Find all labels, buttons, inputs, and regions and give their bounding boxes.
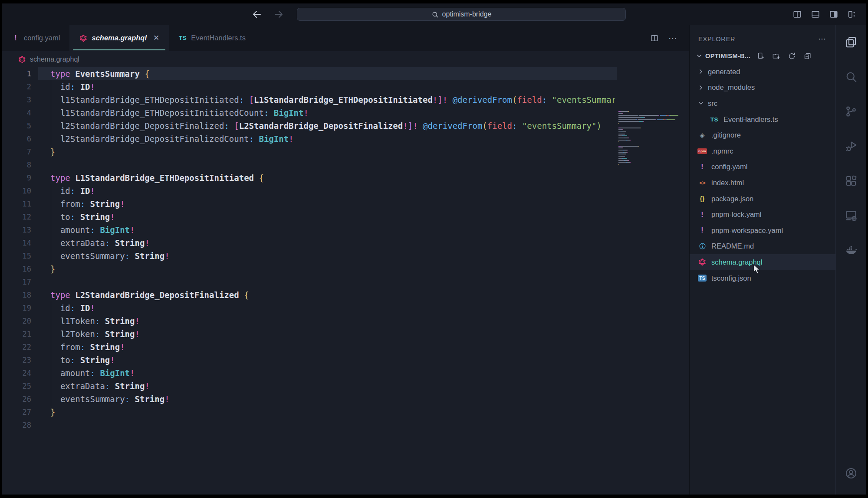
file-tsconfig.json[interactable]: TS tsconfig.json <box>690 270 835 286</box>
folder-src[interactable]: src <box>690 95 835 111</box>
code-line-26[interactable]: 26 eventsSummary: String! <box>2 393 617 406</box>
file-label: pnpm-workspace.yaml <box>711 226 783 235</box>
code-line-13[interactable]: 13 amount: BigInt! <box>2 223 617 236</box>
line-text: type L2StandardBridge_DepositFinalized { <box>50 288 249 301</box>
project-root-label: OPTIMISM-B... <box>705 52 750 59</box>
code-line-6[interactable]: 6 l2StandardBridge_DepositFinalizedCount… <box>2 132 617 145</box>
file-index.html[interactable]: <> index.html <box>690 175 835 191</box>
line-text: } <box>50 145 55 158</box>
file-.npmrc[interactable]: npm .npmrc <box>690 143 835 159</box>
code-line-1[interactable]: 1type EventsSummary { <box>2 67 617 80</box>
new-folder-icon[interactable] <box>772 52 780 60</box>
more-actions-icon[interactable]: ⋯ <box>668 33 678 43</box>
code-line-14[interactable]: 14 extraData: String! <box>2 236 617 249</box>
folder-label: node_modules <box>708 83 755 92</box>
activity-search[interactable] <box>836 59 867 94</box>
close-tab-icon[interactable]: ✕ <box>153 33 159 43</box>
folder-node_modules[interactable]: node_modules <box>690 80 835 96</box>
folder-generated[interactable]: generated <box>690 64 835 80</box>
customize-layout-icon[interactable] <box>847 10 857 19</box>
code-line-25[interactable]: 25 extraData: String! <box>2 380 617 393</box>
code-line-15[interactable]: 15 eventsSummary: String! <box>2 249 617 262</box>
tab-EventHandlers.ts[interactable]: TS EventHandlers.ts <box>169 25 255 51</box>
activity-docker[interactable] <box>836 233 867 268</box>
split-editor-icon[interactable] <box>650 34 659 43</box>
code-line-21[interactable]: 21 l2Token: String! <box>2 328 617 341</box>
activity-bar <box>835 25 866 495</box>
code-line-24[interactable]: 24 amount: BigInt! <box>2 367 617 380</box>
line-number: 17 <box>2 275 31 288</box>
activity-source-control[interactable] <box>836 94 867 129</box>
toggle-panel-icon[interactable] <box>811 10 820 19</box>
line-number: 20 <box>2 315 31 328</box>
line-text: id: ID! <box>50 184 95 197</box>
code-line-2[interactable]: 2 id: ID! <box>2 80 617 93</box>
code-line-4[interactable]: 4 l1StandardBridge_ETHDepositInitiatedCo… <box>2 106 617 119</box>
activity-run-debug[interactable] <box>836 129 867 164</box>
line-number: 27 <box>2 406 31 419</box>
code-line-10[interactable]: 10 id: ID! <box>2 184 617 197</box>
refresh-icon[interactable] <box>788 52 796 60</box>
code-line-22[interactable]: 22 from: String! <box>2 341 617 354</box>
tab-schema.graphql[interactable]: schema.graphql✕ <box>69 25 169 51</box>
file-README.md[interactable]: README.md <box>690 239 835 255</box>
file-label: pnpm-lock.yaml <box>711 210 762 219</box>
line-number: 4 <box>2 106 31 119</box>
file-label: .gitignore <box>711 131 741 139</box>
line-number: 16 <box>2 262 31 275</box>
split-editor-icon[interactable] <box>792 10 802 19</box>
line-number: 28 <box>2 419 31 432</box>
breadcrumb[interactable]: schema.graphql <box>2 51 689 67</box>
command-center-search[interactable]: optimism-bridge <box>297 8 626 21</box>
line-number: 26 <box>2 393 31 406</box>
code-line-5[interactable]: 5 l2StandardBridge_DepositFinalized: [L2… <box>2 119 617 132</box>
file-package.json[interactable]: {} package.json <box>690 191 835 207</box>
file-EventHandlers.ts[interactable]: TS EventHandlers.ts <box>690 111 835 128</box>
tab-label: config.yaml <box>24 34 60 42</box>
tab-bar: ! config.yaml schema.graphql✕TS EventHan… <box>2 25 689 51</box>
activity-account[interactable] <box>836 458 867 488</box>
graphql-icon <box>18 56 26 63</box>
new-file-icon[interactable] <box>756 52 765 60</box>
project-root-row[interactable]: OPTIMISM-B... <box>690 48 835 64</box>
code-line-3[interactable]: 3 l1StandardBridge_ETHDepositInitiated: … <box>2 93 617 106</box>
activity-remote-explorer[interactable] <box>836 198 867 233</box>
editor-area: ! config.yaml schema.graphql✕TS EventHan… <box>2 25 689 495</box>
code-line-27[interactable]: 27} <box>2 406 617 419</box>
line-text: to: String! <box>50 354 115 367</box>
file-pnpm-lock.yaml[interactable]: ! pnpm-lock.yaml <box>690 206 835 223</box>
search-icon <box>845 70 858 83</box>
code-line-7[interactable]: 7} <box>2 145 617 158</box>
line-number: 2 <box>2 80 31 93</box>
code-line-23[interactable]: 23 to: String! <box>2 354 617 367</box>
code-line-17[interactable]: 17 <box>2 275 617 288</box>
file-.gitignore[interactable]: ◈ .gitignore <box>690 127 835 143</box>
code-line-20[interactable]: 20 l1Token: String! <box>2 315 617 328</box>
file-pnpm-workspace.yaml[interactable]: ! pnpm-workspace.yaml <box>690 223 835 239</box>
code-line-8[interactable]: 8 <box>2 158 617 171</box>
activity-files[interactable] <box>836 25 867 59</box>
line-text: l2StandardBridge_DepositFinalizedCount: … <box>50 132 294 145</box>
code-line-19[interactable]: 19 id: ID! <box>2 301 617 315</box>
forward-arrow-icon[interactable] <box>273 9 284 20</box>
explorer-more-icon[interactable]: ⋯ <box>818 34 827 44</box>
code-line-12[interactable]: 12 to: String! <box>2 210 617 223</box>
collapse-all-icon[interactable] <box>803 52 812 60</box>
tab-config.yaml[interactable]: ! config.yaml <box>2 25 69 51</box>
activity-extensions[interactable] <box>836 164 867 198</box>
code-editor[interactable]: 1type EventsSummary {2 id: ID!3 l1Standa… <box>2 67 689 495</box>
code-line-16[interactable]: 16} <box>2 262 617 275</box>
code-line-28[interactable]: 28 <box>2 419 617 432</box>
file-label: EventHandlers.ts <box>723 115 778 124</box>
minimap[interactable] <box>618 111 678 172</box>
chevron-down-icon <box>696 52 703 59</box>
back-arrow-icon[interactable] <box>252 9 262 20</box>
code-line-11[interactable]: 11 from: String! <box>2 197 617 210</box>
code-line-9[interactable]: 9type L1StandardBridge_ETHDepositInitiat… <box>2 171 617 184</box>
toggle-secondary-sidebar-icon[interactable] <box>829 10 838 19</box>
line-number: 1 <box>2 67 31 80</box>
file-config.yaml[interactable]: ! config.yaml <box>690 159 835 175</box>
file-schema.graphql[interactable]: schema.graphql <box>690 254 835 270</box>
code-line-18[interactable]: 18type L2StandardBridge_DepositFinalized… <box>2 288 617 301</box>
graphql-icon <box>79 34 88 42</box>
